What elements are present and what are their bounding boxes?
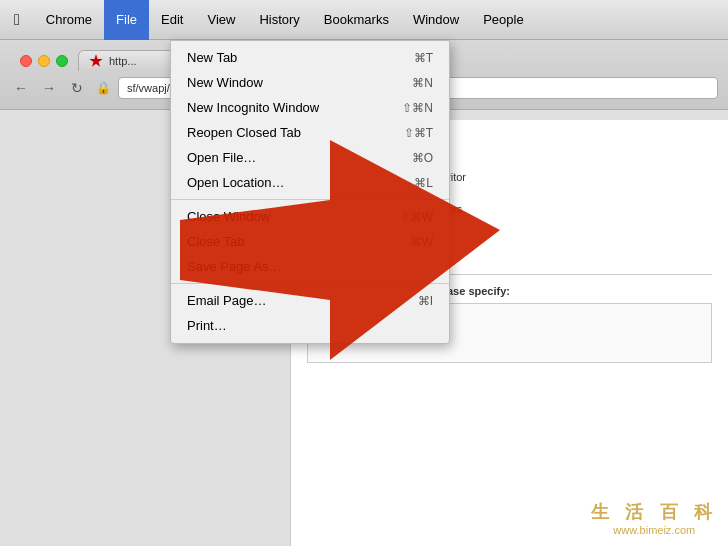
- reopen-closed-tab-item[interactable]: Reopen Closed Tab ⇧⌘T: [171, 120, 449, 145]
- traffic-lights: [10, 55, 78, 67]
- new-tab-item[interactable]: New Tab ⌘T: [171, 45, 449, 70]
- forward-button[interactable]: →: [38, 77, 60, 99]
- lock-icon: 🔒: [94, 77, 112, 99]
- close-tab-item[interactable]: Close Tab ⌘W: [171, 229, 449, 254]
- save-page-item[interactable]: Save Page As…: [171, 254, 449, 279]
- separator-1: [171, 199, 449, 200]
- file-menu[interactable]: File: [104, 0, 149, 40]
- new-incognito-item[interactable]: New Incognito Window ⇧⌘N: [171, 95, 449, 120]
- apple-menu-icon[interactable]: : [0, 11, 34, 29]
- people-menu[interactable]: People: [471, 0, 535, 40]
- maximize-traffic-light[interactable]: [56, 55, 68, 67]
- history-menu[interactable]: History: [247, 0, 311, 40]
- bookmarks-menu[interactable]: Bookmarks: [312, 0, 401, 40]
- separator-2: [171, 283, 449, 284]
- tab-label: http...: [109, 55, 137, 67]
- new-window-item[interactable]: New Window ⌘N: [171, 70, 449, 95]
- open-location-item[interactable]: Open Location… ⌘L: [171, 170, 449, 195]
- window-menu[interactable]: Window: [401, 0, 471, 40]
- edit-menu[interactable]: Edit: [149, 0, 195, 40]
- print-item[interactable]: Print…: [171, 313, 449, 339]
- email-page-item[interactable]: Email Page… ⌘I: [171, 288, 449, 313]
- mac-menubar:  Chrome File Edit View History Bookmark…: [0, 0, 728, 40]
- back-button[interactable]: ←: [10, 77, 32, 99]
- minimize-traffic-light[interactable]: [38, 55, 50, 67]
- reload-button[interactable]: ↻: [66, 77, 88, 99]
- open-file-item[interactable]: Open File… ⌘O: [171, 145, 449, 170]
- tab-favicon: [89, 54, 103, 68]
- file-dropdown-menu: New Tab ⌘T New Window ⌘N New Incognito W…: [170, 40, 450, 344]
- chrome-menu[interactable]: Chrome: [34, 0, 104, 40]
- close-window-item[interactable]: Close Window ⇧⌘W: [171, 204, 449, 229]
- view-menu[interactable]: View: [195, 0, 247, 40]
- close-traffic-light[interactable]: [20, 55, 32, 67]
